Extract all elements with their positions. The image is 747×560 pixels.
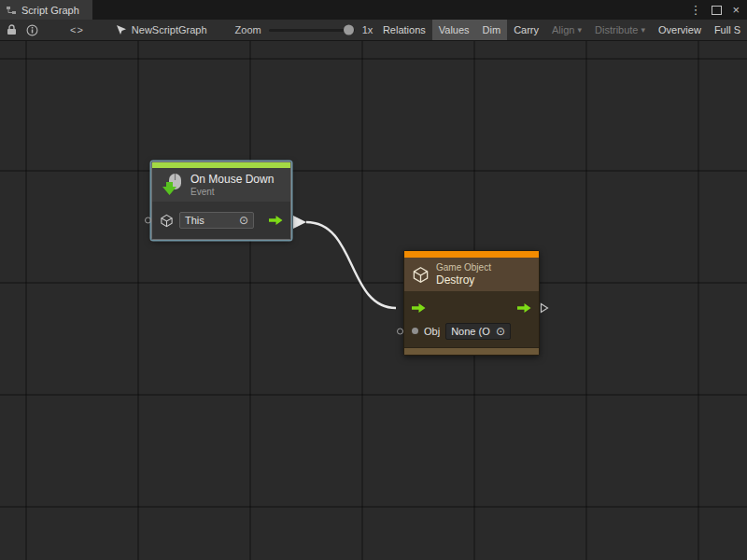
flow-input-port-icon[interactable] (412, 302, 426, 314)
node-header[interactable]: On Mouse Down Event (152, 168, 290, 202)
target-icon[interactable]: ⊙ (496, 326, 505, 337)
flow-row (412, 296, 531, 319)
button-label: Relations (383, 24, 426, 35)
field-value: This (185, 215, 204, 226)
flow-continuation-icon[interactable] (540, 302, 549, 314)
node-footer-strip (404, 347, 539, 355)
flow-output-port-icon[interactable] (517, 302, 531, 314)
destroy-accent-strip (404, 251, 539, 258)
node-subtitle: Event (190, 187, 274, 197)
node-on-mouse-down[interactable]: On Mouse Down Event This ⊙ (151, 161, 291, 240)
node-category: Game Object (436, 262, 491, 273)
toolbar-button-align[interactable]: Align▾ (545, 20, 588, 40)
maximize-icon[interactable] (712, 6, 722, 15)
toolbar-button-fullscreen[interactable]: Full S (708, 20, 747, 40)
tab-bar: Script Graph ⋮ × (0, 0, 747, 20)
zoom-slider-handle[interactable] (344, 25, 354, 35)
button-label: Distribute (595, 24, 638, 35)
node-body: This ⊙ (152, 202, 290, 239)
toolbar-button-distribute[interactable]: Distribute▾ (588, 20, 652, 40)
menu-icon[interactable]: ⋮ (689, 4, 701, 16)
target-icon[interactable]: ⊙ (239, 215, 248, 226)
port-row: This ⊙ (160, 209, 283, 231)
graph-name-button[interactable]: NewScriptGraph (116, 24, 207, 35)
flow-output-port-icon[interactable] (269, 215, 283, 226)
zoom-value: 1x (362, 24, 374, 35)
node-header[interactable]: Game Object Destroy (404, 258, 539, 291)
graph-icon (6, 5, 17, 16)
toolbar-button-values[interactable]: Values (432, 20, 476, 40)
graph-canvas[interactable]: On Mouse Down Event This ⊙ (0, 41, 747, 560)
zoom-label: Zoom (235, 24, 261, 35)
connection-wire (0, 41, 747, 560)
node-destroy[interactable]: Game Object Destroy Obj None (403, 250, 540, 356)
unity-script-graph-window: Script Graph ⋮ × <> NewScriptGraph Zoom … (0, 0, 747, 560)
tab-title: Script Graph (21, 5, 79, 16)
button-label: Align (552, 24, 574, 35)
chevron-down-icon: ▾ (641, 25, 646, 35)
mouse-event-icon (160, 173, 184, 197)
toolbar-button-relations[interactable]: Relations (376, 20, 432, 40)
chevron-down-icon: ▾ (578, 25, 583, 35)
target-input-port[interactable] (145, 217, 151, 224)
node-titles: Game Object Destroy (436, 262, 491, 287)
param-label: Obj (424, 326, 440, 337)
field-value: None (O (451, 326, 490, 337)
value-port-dot[interactable] (412, 328, 418, 334)
cube-icon (160, 214, 174, 228)
cube-icon (412, 266, 430, 284)
info-icon[interactable] (26, 24, 38, 36)
toolbar-button-dim[interactable]: Dim (476, 20, 508, 40)
button-label: Values (439, 24, 470, 35)
node-title: Destroy (436, 273, 491, 287)
obj-input-port[interactable] (397, 328, 403, 334)
tab-script-graph[interactable]: Script Graph (0, 0, 92, 20)
target-object-field[interactable]: This ⊙ (179, 212, 254, 229)
button-label: Full S (714, 24, 740, 35)
button-label: Overview (658, 24, 701, 35)
obj-object-field[interactable]: None (O ⊙ (445, 323, 511, 340)
zoom-control: Zoom 1x (235, 24, 374, 35)
node-body: Obj None (O ⊙ (404, 291, 539, 347)
button-label: Carry (514, 24, 539, 35)
node-titles: On Mouse Down Event (190, 173, 274, 197)
window-controls: ⋮ × (689, 0, 747, 20)
toolbar-button-carry[interactable]: Carry (507, 20, 545, 40)
node-title: On Mouse Down (190, 173, 274, 186)
toolbar-button-overview[interactable]: Overview (652, 20, 708, 40)
close-icon[interactable]: × (732, 4, 740, 16)
button-label: Dim (483, 24, 501, 35)
param-row: Obj None (O ⊙ (412, 319, 531, 343)
edit-cursor-icon (116, 24, 126, 35)
graph-name-label: NewScriptGraph (132, 24, 207, 35)
lock-icon[interactable] (7, 24, 17, 35)
code-icon[interactable]: <> (70, 24, 84, 35)
graph-toolbar: <> NewScriptGraph Zoom 1x Relations Valu… (0, 20, 747, 41)
toolbar-button-group: Relations Values Dim Carry Align▾ Distri… (376, 20, 747, 40)
zoom-slider[interactable] (269, 29, 355, 32)
